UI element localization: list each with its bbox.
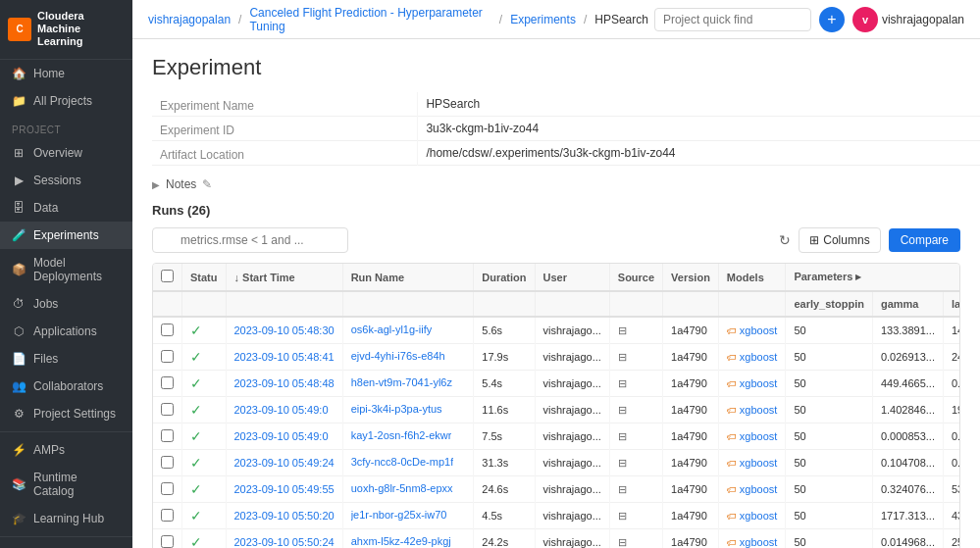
row-model[interactable]: 🏷xgboost: [718, 450, 786, 476]
model-link[interactable]: 🏷xgboost: [727, 430, 778, 442]
user-avatar[interactable]: v vishrajagopalan: [852, 7, 964, 32]
breadcrumb-user[interactable]: vishrajagopalan: [148, 13, 231, 26]
model-link[interactable]: 🏷xgboost: [727, 536, 778, 548]
model-link[interactable]: 🏷xgboost: [727, 483, 778, 495]
model-link[interactable]: 🏷xgboost: [727, 510, 778, 522]
notes-row[interactable]: ▶ Notes ✎: [152, 177, 960, 191]
row-early-stopping: 50: [786, 344, 873, 371]
row-checkbox[interactable]: [153, 450, 182, 476]
breadcrumb-current: HPSearch: [594, 13, 648, 26]
sidebar-item-overview[interactable]: ⊞ Overview: [0, 139, 132, 167]
row-run-name[interactable]: eipi-3k4i-p3pa-ytus: [342, 397, 474, 423]
sidebar-item-all-projects[interactable]: 📁 All Projects: [0, 87, 132, 115]
row-checkbox[interactable]: [153, 317, 182, 344]
sidebar-item-files[interactable]: 📄 Files: [0, 345, 132, 373]
run-name-link[interactable]: h8en-vt9m-7041-yl6z: [351, 376, 452, 388]
refresh-button[interactable]: ↻: [779, 232, 791, 248]
columns-button[interactable]: ⊞ Columns: [799, 227, 880, 253]
run-name-link[interactable]: ejvd-4yhi-i76s-e84h: [351, 350, 445, 362]
select-all-checkbox[interactable]: [161, 270, 174, 282]
row-version: 1a4790: [663, 450, 719, 476]
sidebar-item-data[interactable]: 🗄 Data: [0, 194, 132, 222]
row-run-name[interactable]: kay1-2osn-f6h2-ekwr: [342, 423, 474, 450]
row-run-name[interactable]: os6k-agl-yl1g-iify: [342, 317, 474, 344]
row-source: ⊟: [609, 397, 662, 423]
model-link[interactable]: 🏷xgboost: [727, 351, 778, 363]
sidebar-item-experiments[interactable]: 🧪 Experiments: [0, 222, 132, 249]
row-model[interactable]: 🏷xgboost: [718, 371, 786, 397]
row-model[interactable]: 🏷xgboost: [718, 423, 786, 450]
sidebar-item-model-deployments[interactable]: 📦 Model Deployments: [0, 249, 132, 290]
toolbar-right: ↻ ⊞ Columns Compare: [779, 227, 960, 253]
row-model[interactable]: 🏷xgboost: [718, 476, 786, 503]
row-lambda: 53.60099...: [943, 476, 960, 503]
row-checkbox[interactable]: [153, 397, 182, 423]
status-checkmark: ✓: [190, 428, 202, 444]
subh-version: [663, 291, 719, 317]
run-name-link[interactable]: 3cfy-ncc8-0cDe-mp1f: [351, 456, 454, 468]
row-checkbox[interactable]: [153, 529, 182, 549]
row-model[interactable]: 🏷xgboost: [718, 317, 786, 344]
status-checkmark: ✓: [190, 402, 202, 418]
model-link[interactable]: 🏷xgboost: [727, 404, 778, 416]
status-checkmark: ✓: [190, 455, 202, 471]
model-link[interactable]: 🏷xgboost: [727, 324, 778, 336]
sidebar-label-learning-hub: Learning Hub: [33, 512, 104, 525]
row-duration: 5.4s: [474, 371, 535, 397]
xgb-icon: 🏷: [727, 484, 737, 495]
experiments-icon: 🧪: [12, 228, 26, 242]
col-gamma: gamma: [872, 291, 943, 317]
sidebar-item-amps[interactable]: ⚡ AMPs: [0, 436, 132, 464]
row-run-name[interactable]: h8en-vt9m-7041-yl6z: [342, 371, 474, 397]
row-checkbox[interactable]: [153, 503, 182, 529]
breadcrumb-project[interactable]: Canceled Flight Prediction - Hyperparame…: [249, 6, 490, 33]
sidebar-item-home[interactable]: 🏠 Home: [0, 60, 132, 87]
row-checkbox[interactable]: [153, 371, 182, 397]
row-checkbox[interactable]: [153, 476, 182, 503]
add-button[interactable]: +: [819, 7, 845, 32]
run-name-link[interactable]: uoxh-g8lr-5nm8-epxx: [351, 482, 453, 494]
sidebar-item-jobs[interactable]: ⏱ Jobs: [0, 290, 132, 318]
row-model[interactable]: 🏷xgboost: [718, 344, 786, 371]
row-run-name[interactable]: uoxh-g8lr-5nm8-epxx: [342, 476, 474, 503]
run-name-link[interactable]: ahxm-l5kz-42e9-pkgj: [351, 535, 451, 547]
applications-icon: ⬡: [12, 324, 26, 338]
run-name-link[interactable]: eipi-3k4i-p3pa-ytus: [351, 403, 442, 415]
sidebar-label-amps: AMPs: [33, 443, 65, 457]
compare-button[interactable]: Compare: [889, 228, 960, 252]
row-start-time: 2023-09-10 05:49:0: [226, 423, 342, 450]
source-icon: ⊟: [618, 377, 627, 389]
col-params-group[interactable]: Parameters ▸: [786, 264, 960, 291]
sidebar-item-user-settings[interactable]: 👤 User Settings: [0, 541, 132, 548]
project-search-input[interactable]: [654, 8, 811, 31]
model-link[interactable]: 🏷xgboost: [727, 457, 778, 469]
row-run-name[interactable]: 3cfy-ncc8-0cDe-mp1f: [342, 450, 474, 476]
row-model[interactable]: 🏷xgboost: [718, 529, 786, 549]
row-run-name[interactable]: ahxm-l5kz-42e9-pkgj: [342, 529, 474, 549]
row-model[interactable]: 🏷xgboost: [718, 397, 786, 423]
col-user: User: [535, 264, 609, 291]
col-start-time[interactable]: ↓ Start Time: [226, 264, 342, 291]
sidebar-label-applications: Applications: [33, 324, 97, 338]
run-name-link[interactable]: kay1-2osn-f6h2-ekwr: [351, 429, 452, 441]
search-filter-wrap: 🔍: [152, 227, 348, 253]
col-early-stopping: early_stoppin: [786, 291, 873, 317]
sidebar-item-collaborators[interactable]: 👥 Collaborators: [0, 373, 132, 400]
avatar-circle: v: [852, 7, 878, 32]
sidebar-item-sessions[interactable]: ▶ Sessions: [0, 167, 132, 194]
sidebar-item-learning-hub[interactable]: 🎓 Learning Hub: [0, 505, 132, 532]
breadcrumb-experiments[interactable]: Experiments: [510, 13, 576, 26]
row-checkbox[interactable]: [153, 423, 182, 450]
run-name-link[interactable]: je1r-nbor-g25x-iw70: [351, 509, 447, 521]
row-user: vishrajago...: [535, 529, 609, 549]
row-run-name[interactable]: ejvd-4yhi-i76s-e84h: [342, 344, 474, 371]
row-run-name[interactable]: je1r-nbor-g25x-iw70: [342, 503, 474, 529]
sidebar-item-applications[interactable]: ⬡ Applications: [0, 318, 132, 345]
row-model[interactable]: 🏷xgboost: [718, 503, 786, 529]
model-link[interactable]: 🏷xgboost: [727, 377, 778, 389]
filter-input[interactable]: [152, 227, 348, 253]
sidebar-item-project-settings[interactable]: ⚙ Project Settings: [0, 400, 132, 427]
row-checkbox[interactable]: [153, 344, 182, 371]
sidebar-item-runtime-catalog[interactable]: 📚 Runtime Catalog: [0, 464, 132, 505]
run-name-link[interactable]: os6k-agl-yl1g-iify: [351, 324, 433, 335]
